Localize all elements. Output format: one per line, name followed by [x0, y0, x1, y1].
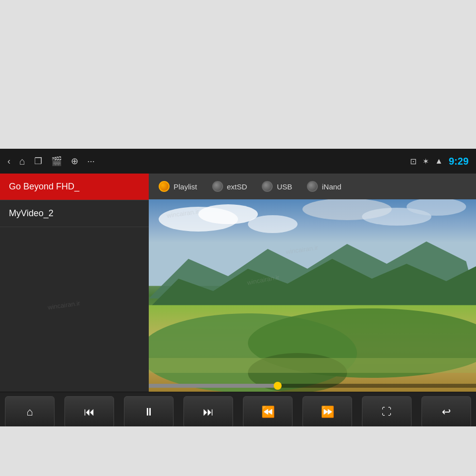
home-ctrl-icon: ⌂ — [26, 406, 33, 418]
source-tab-playlist[interactable]: Playlist — [159, 181, 197, 192]
source-tab-extsd[interactable]: extSD — [212, 181, 247, 192]
rewind-button[interactable]: ⏪ — [243, 396, 293, 427]
source-tabs: Playlist extSD USB iNand — [149, 174, 476, 199]
playlist-panel: Go Beyond FHD_ MyVideo_2 — [0, 174, 149, 392]
right-panel: Playlist extSD USB iNand — [149, 174, 476, 392]
status-right: ⊡ ✶ ▲ 9:29 — [410, 156, 469, 167]
progress-thumb[interactable] — [274, 382, 282, 390]
back-button[interactable]: ‹ — [7, 156, 10, 167]
playlist-label: Playlist — [174, 182, 197, 191]
cast-icon: ⊡ — [410, 157, 416, 166]
more-button[interactable]: ··· — [87, 156, 95, 167]
device-frame: ‹ ⌂ ❐ 🎬 ⊕ ··· ⊡ ✶ ▲ 9:29 Go Beyond FHD_ … — [0, 149, 476, 426]
pause-button[interactable]: ⏸ — [124, 396, 174, 427]
usb-dot — [262, 181, 273, 192]
prev-button[interactable]: ⏮ — [64, 396, 114, 427]
next-button[interactable]: ⏭ — [183, 396, 233, 427]
forward-button[interactable]: ⏩ — [302, 396, 352, 427]
usb-label: USB — [277, 182, 292, 191]
svg-point-2 — [198, 204, 258, 224]
svg-rect-13 — [149, 358, 476, 373]
bluetooth-icon: ✶ — [422, 157, 429, 166]
playlist-dot — [159, 181, 170, 192]
extsd-label: extSD — [227, 182, 247, 191]
inand-label: iNand — [322, 182, 341, 191]
video-svg — [149, 199, 476, 392]
pause-icon: ⏸ — [143, 406, 154, 418]
clock: 9:29 — [449, 156, 469, 167]
rewind-icon: ⏪ — [261, 406, 275, 418]
playlist-item-1[interactable]: Go Beyond FHD_ — [0, 174, 149, 200]
source-tab-usb[interactable]: USB — [262, 181, 292, 192]
back-ctrl-icon: ↩ — [442, 406, 451, 418]
extsd-dot — [212, 181, 223, 192]
prev-icon: ⏮ — [84, 406, 95, 418]
inand-dot — [307, 181, 318, 192]
video-frame: wincairan.ir — [149, 199, 476, 392]
status-bar: ‹ ⌂ ❐ 🎬 ⊕ ··· ⊡ ✶ ▲ 9:29 — [0, 149, 476, 174]
fullscreen-icon: ⛶ — [382, 406, 392, 417]
home-button[interactable]: ⌂ — [19, 156, 25, 167]
windows-button[interactable]: ❐ — [34, 156, 42, 167]
progress-bar[interactable] — [149, 384, 476, 388]
main-content: Go Beyond FHD_ MyVideo_2 Playlist extSD … — [0, 174, 476, 392]
wifi-icon: ▲ — [435, 157, 443, 166]
bag-button[interactable]: ⊕ — [71, 156, 78, 167]
bottom-controls: ⌂ ⏮ ⏸ ⏭ ⏪ ⏩ ⛶ ↩ — [0, 392, 476, 426]
forward-icon: ⏩ — [321, 406, 334, 418]
svg-point-3 — [248, 215, 298, 233]
playlist-item-2[interactable]: MyVideo_2 — [0, 200, 149, 227]
source-tab-inand[interactable]: iNand — [307, 181, 341, 192]
camera-button[interactable]: 🎬 — [51, 156, 62, 167]
progress-fill — [149, 384, 280, 388]
next-icon: ⏭ — [203, 406, 214, 418]
video-player[interactable]: wincairan.ir — [149, 199, 476, 392]
back-ctrl-button[interactable]: ↩ — [421, 396, 471, 427]
home-ctrl-button[interactable]: ⌂ — [5, 396, 55, 427]
fullscreen-button[interactable]: ⛶ — [362, 396, 412, 427]
